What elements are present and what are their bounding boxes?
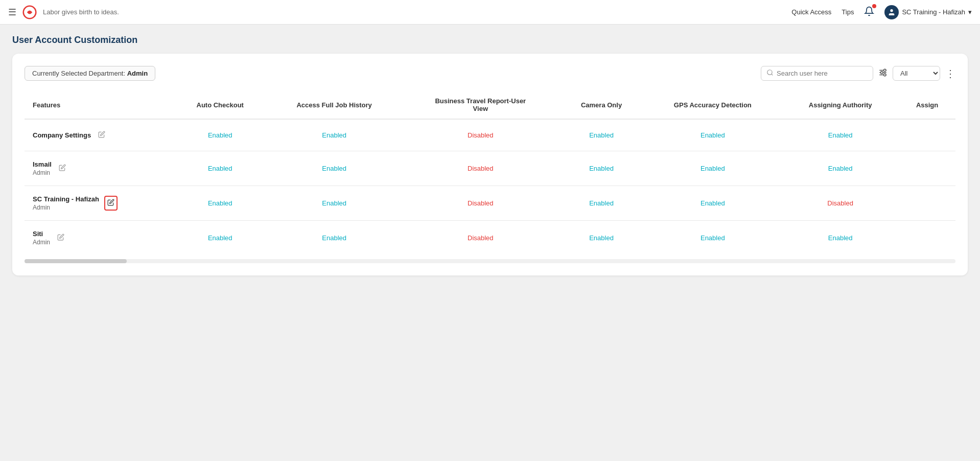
svg-point-1 <box>891 9 893 12</box>
feature-cell: SC Training - HafizahAdmin <box>25 186 173 221</box>
feature-name: SitiAdmin <box>33 230 50 246</box>
feature-name: Company Settings <box>33 131 91 139</box>
cell-auto-checkout[interactable]: Enabled <box>173 221 267 256</box>
table-wrapper: Features Auto Checkout Access Full Job H… <box>25 91 955 263</box>
cell-access-full-job[interactable]: Enabled <box>267 186 402 221</box>
cell-auto-checkout[interactable]: Enabled <box>173 119 267 151</box>
horizontal-scrollbar[interactable] <box>25 259 955 263</box>
feature-cell-inner: SC Training - HafizahAdmin <box>33 195 165 211</box>
cell-btr-user-view[interactable]: Disabled <box>402 221 559 256</box>
dept-name: Admin <box>127 70 148 77</box>
app-tagline: Labor gives birth to ideas. <box>43 8 119 16</box>
table-row: SitiAdminEnabledEnabledDisabledEnabledEn… <box>25 221 955 256</box>
feature-cell: SitiAdmin <box>25 221 173 256</box>
table-header: Features Auto Checkout Access Full Job H… <box>25 91 955 119</box>
feature-cell-inner: SitiAdmin <box>33 230 165 246</box>
top-navigation: ☰ Labor gives birth to ideas. Quick Acce… <box>0 0 980 25</box>
notifications-bell[interactable] <box>864 6 874 18</box>
user-label: SC Training - Hafizah <box>902 8 965 16</box>
col-header-btr-user-view: Business Travel Report-UserView <box>402 91 559 119</box>
feature-cell: IsmailAdmin <box>25 151 173 186</box>
toolbar-right: All Enabled Disabled ⋮ <box>761 66 955 81</box>
cell-gps-accuracy[interactable]: Enabled <box>644 151 782 186</box>
cell-assign <box>899 119 955 151</box>
tips-link[interactable]: Tips <box>842 8 854 16</box>
col-header-access-full-job-history: Access Full Job History <box>267 91 402 119</box>
search-input[interactable] <box>777 70 868 77</box>
app-logo <box>22 5 37 19</box>
col-header-auto-checkout: Auto Checkout <box>173 91 267 119</box>
cell-gps-accuracy[interactable]: Enabled <box>644 119 782 151</box>
cell-assigning-authority[interactable]: Enabled <box>782 119 899 151</box>
search-wrapper <box>761 66 873 81</box>
edit-icon-highlighted[interactable] <box>104 196 118 211</box>
col-header-gps-accuracy: GPS Accuracy Detection <box>644 91 782 119</box>
cell-assign <box>899 186 955 221</box>
cell-camera-only[interactable]: Enabled <box>559 151 644 186</box>
cell-btr-user-view[interactable]: Disabled <box>402 186 559 221</box>
user-menu[interactable]: SC Training - Hafizah ▾ <box>884 5 972 19</box>
cell-assign <box>899 221 955 256</box>
cell-access-full-job[interactable]: Enabled <box>267 119 402 151</box>
more-options-icon[interactable]: ⋮ <box>945 67 955 80</box>
col-header-assign: Assign <box>899 91 955 119</box>
cell-access-full-job[interactable]: Enabled <box>267 221 402 256</box>
feature-dept: Admin <box>33 239 50 246</box>
features-table: Features Auto Checkout Access Full Job H… <box>25 91 955 255</box>
col-header-camera-only: Camera Only <box>559 91 644 119</box>
scrollbar-thumb[interactable] <box>25 259 127 263</box>
cell-assigning-authority[interactable]: Disabled <box>782 186 899 221</box>
feature-cell-inner: Company Settings <box>33 129 165 142</box>
cell-auto-checkout[interactable]: Enabled <box>173 151 267 186</box>
cell-camera-only[interactable]: Enabled <box>559 221 644 256</box>
cell-gps-accuracy[interactable]: Enabled <box>644 186 782 221</box>
hamburger-menu-icon[interactable]: ☰ <box>8 7 16 18</box>
svg-point-4 <box>881 71 883 74</box>
col-header-assigning-authority: Assigning Authority <box>782 91 899 119</box>
table-row: Company SettingsEnabledEnabledDisabledEn… <box>25 119 955 151</box>
search-icon <box>766 69 774 78</box>
cell-camera-only[interactable]: Enabled <box>559 186 644 221</box>
page-title: User Account Customization <box>12 35 968 45</box>
feature-cell: Company Settings <box>25 119 173 151</box>
col-header-features: Features <box>25 91 173 119</box>
cell-camera-only[interactable]: Enabled <box>559 119 644 151</box>
svg-point-5 <box>884 69 886 72</box>
status-filter-select[interactable]: All Enabled Disabled <box>893 66 940 81</box>
quick-access-link[interactable]: Quick Access <box>791 8 831 16</box>
cell-btr-user-view[interactable]: Disabled <box>402 119 559 151</box>
feature-dept: Admin <box>33 169 52 176</box>
feature-cell-inner: IsmailAdmin <box>33 160 165 176</box>
dept-label-text: Currently Selected Department: <box>32 70 125 77</box>
edit-icon[interactable] <box>55 232 66 244</box>
notification-badge <box>872 4 876 8</box>
svg-point-2 <box>767 70 772 75</box>
edit-icon[interactable] <box>57 162 68 175</box>
table-body: Company SettingsEnabledEnabledDisabledEn… <box>25 119 955 255</box>
card-toolbar: Currently Selected Department: Admin <box>25 66 955 81</box>
cell-assign <box>899 151 955 186</box>
cell-gps-accuracy[interactable]: Enabled <box>644 221 782 256</box>
filter-users-icon[interactable] <box>878 68 888 79</box>
page-content: User Account Customization Currently Sel… <box>0 25 980 286</box>
svg-line-3 <box>772 74 773 76</box>
chevron-down-icon: ▾ <box>968 8 972 16</box>
nav-left: ☰ Labor gives birth to ideas. <box>8 5 791 19</box>
svg-point-6 <box>884 74 886 76</box>
edit-icon[interactable] <box>96 129 107 142</box>
cell-auto-checkout[interactable]: Enabled <box>173 186 267 221</box>
feature-dept: Admin <box>33 204 99 211</box>
avatar <box>884 5 899 19</box>
nav-right: Quick Access Tips SC Training - Hafizah … <box>791 5 972 19</box>
main-card: Currently Selected Department: Admin <box>12 54 968 275</box>
cell-assigning-authority[interactable]: Enabled <box>782 221 899 256</box>
feature-name: SC Training - HafizahAdmin <box>33 195 99 211</box>
table-row: SC Training - HafizahAdminEnabledEnabled… <box>25 186 955 221</box>
department-badge: Currently Selected Department: Admin <box>25 66 155 81</box>
table-row: IsmailAdminEnabledEnabledDisabledEnabled… <box>25 151 955 186</box>
cell-assigning-authority[interactable]: Enabled <box>782 151 899 186</box>
cell-btr-user-view[interactable]: Disabled <box>402 151 559 186</box>
feature-name: IsmailAdmin <box>33 160 52 176</box>
cell-access-full-job[interactable]: Enabled <box>267 151 402 186</box>
